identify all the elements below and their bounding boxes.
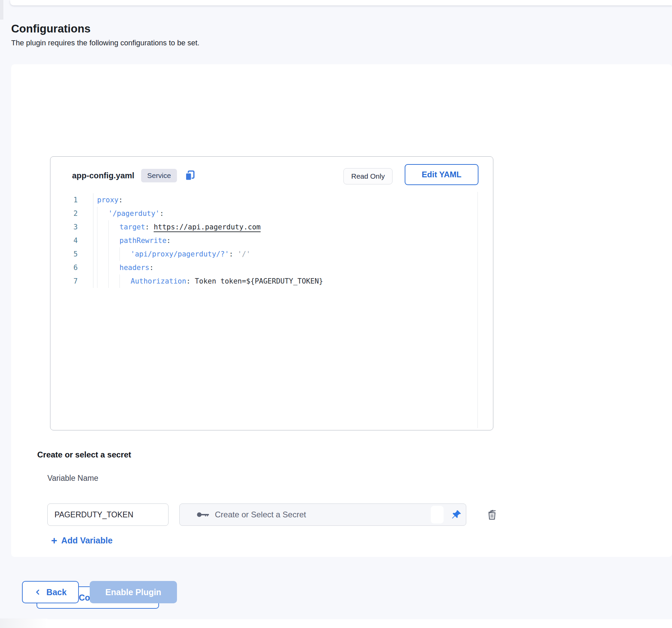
line-number: 2 bbox=[73, 207, 93, 220]
code-line: 2'/pagerduty': bbox=[73, 207, 323, 220]
code-lines: 1proxy:2'/pagerduty':3target: https://ap… bbox=[73, 193, 323, 288]
back-button-label: Back bbox=[46, 587, 67, 597]
add-variable-label: Add Variable bbox=[61, 536, 112, 545]
pin-icon[interactable] bbox=[447, 506, 466, 523]
variable-name-label: Variable Name bbox=[47, 474, 98, 483]
enable-plugin-button[interactable]: Enable Plugin bbox=[90, 581, 177, 603]
yaml-editor-card: app-config.yaml Service Read Only Edit Y… bbox=[50, 156, 493, 430]
left-edge-notch bbox=[0, 0, 3, 20]
line-number: 6 bbox=[73, 261, 93, 274]
line-number: 5 bbox=[73, 247, 93, 261]
file-name: app-config.yaml bbox=[72, 171, 134, 180]
back-button[interactable]: Back bbox=[22, 581, 79, 603]
select-divider-pill bbox=[431, 506, 444, 523]
secret-select-placeholder: Create or Select a Secret bbox=[215, 510, 431, 519]
code-line: 1proxy: bbox=[73, 193, 323, 207]
editor-scrollbar[interactable] bbox=[477, 192, 481, 428]
page-subtitle: The plugin requires the following config… bbox=[11, 39, 199, 47]
add-variable-button[interactable]: + Add Variable bbox=[51, 535, 113, 546]
page-title: Configurations bbox=[11, 22, 91, 35]
code-line: 6headers: bbox=[73, 261, 323, 274]
service-badge: Service bbox=[141, 169, 177, 182]
code-line: 7Authorization: Token token=${PAGERDUTY_… bbox=[73, 274, 323, 288]
line-number: 3 bbox=[73, 220, 93, 234]
line-number: 4 bbox=[73, 234, 93, 247]
yaml-code-editor[interactable]: 1proxy:2'/pagerduty':3target: https://ap… bbox=[73, 193, 323, 288]
copy-icon[interactable] bbox=[184, 170, 196, 182]
editor-title-row: app-config.yaml Service bbox=[72, 166, 196, 185]
plus-icon: + bbox=[51, 535, 57, 546]
code-line: 3target: https://api.pagerduty.com bbox=[73, 220, 323, 234]
line-number: 7 bbox=[73, 274, 93, 288]
previous-card-bottom bbox=[10, 0, 672, 5]
trash-icon[interactable] bbox=[484, 507, 500, 522]
secret-select[interactable]: Create or Select a Secret bbox=[179, 503, 466, 526]
read-only-badge: Read Only bbox=[343, 168, 393, 184]
edit-yaml-button[interactable]: Edit YAML bbox=[405, 164, 478, 185]
code-line: 5'api/proxy/pagerduty/?': '/' bbox=[73, 247, 323, 261]
chevron-left-icon bbox=[34, 588, 42, 596]
bottom-edge-fade bbox=[0, 619, 47, 628]
variable-name-input[interactable] bbox=[47, 503, 169, 526]
code-line: 4pathRewrite: bbox=[73, 234, 323, 247]
key-icon bbox=[196, 510, 210, 520]
configurations-panel: app-config.yaml Service Read Only Edit Y… bbox=[11, 64, 672, 557]
secret-section-title: Create or select a secret bbox=[37, 450, 131, 459]
line-number: 1 bbox=[73, 193, 93, 207]
